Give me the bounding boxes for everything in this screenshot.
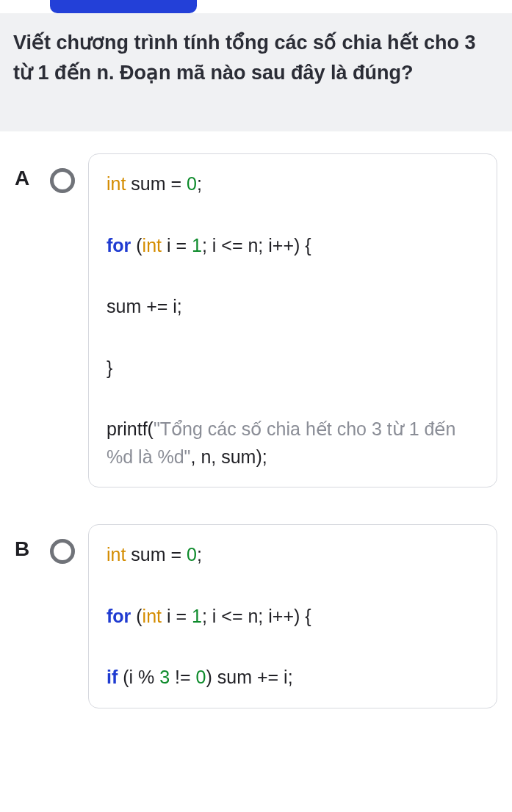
code-line: for (int i = 1; i <= n; i++) { [107, 603, 479, 631]
code-card[interactable]: int sum = 0;for (int i = 1; i <= n; i++)… [88, 524, 497, 708]
code-token: sum = [126, 544, 187, 565]
code-token: int [107, 173, 126, 194]
code-token: 0 [187, 544, 197, 565]
code-token: sum += i; [107, 296, 182, 316]
code-token: 1 [192, 235, 202, 255]
question-block: Viết chương trình tính tổng các số chia … [0, 13, 512, 131]
code-token: int [143, 235, 162, 255]
code-token: ; [197, 544, 202, 565]
code-token: ; i <= n; i++) { [202, 606, 311, 626]
code-line: int sum = 0; [107, 170, 479, 198]
code-line: printf("Tổng các số chia hết cho 3 từ 1 … [107, 416, 479, 471]
code-line: } [107, 355, 479, 383]
code-token: if [107, 667, 118, 687]
code-token: 0 [187, 173, 197, 194]
code-token: ) sum += i; [206, 667, 292, 687]
code-card[interactable]: int sum = 0;for (int i = 1; i <= n; i++)… [88, 153, 497, 487]
code-token: 1 [192, 606, 202, 626]
answer-letter: B [15, 524, 37, 561]
answer-letter: A [15, 153, 37, 190]
code-token: for [107, 606, 131, 626]
code-token: 0 [196, 667, 206, 687]
code-token: int [107, 544, 126, 565]
code-line: sum += i; [107, 293, 479, 321]
code-token: ( [131, 606, 142, 626]
code-token: != [170, 667, 195, 687]
code-token: 3 [159, 667, 170, 687]
code-token: ; i <= n; i++) { [202, 235, 311, 255]
radio-wrap [50, 153, 75, 193]
code-token: int [143, 606, 162, 626]
answer-row: Aint sum = 0;for (int i = 1; i <= n; i++… [15, 153, 497, 487]
question-text: Viết chương trình tính tổng các số chia … [13, 28, 499, 87]
code-line: if (i % 3 != 0) sum += i; [107, 664, 479, 692]
code-token: ; [197, 173, 202, 194]
code-token: ( [131, 235, 142, 255]
radio-wrap [50, 524, 75, 564]
radio-button[interactable] [50, 168, 75, 193]
radio-button[interactable] [50, 539, 75, 564]
code-token: i = [162, 235, 192, 255]
code-line: for (int i = 1; i <= n; i++) { [107, 232, 479, 260]
code-token: , n, sum); [191, 446, 267, 467]
code-token: i = [162, 606, 192, 626]
blue-pill-button[interactable] [50, 0, 197, 13]
answers-list: Aint sum = 0;for (int i = 1; i <= n; i++… [0, 131, 512, 760]
top-bar [0, 0, 512, 13]
code-line: int sum = 0; [107, 541, 479, 569]
code-token: sum = [126, 173, 187, 194]
code-token: "Tổng các số chia hết cho 3 từ 1 đến %d … [107, 418, 455, 467]
code-token: for [107, 235, 131, 255]
answer-row: Bint sum = 0;for (int i = 1; i <= n; i++… [15, 524, 497, 708]
code-token: (i % [118, 667, 159, 687]
code-token: } [107, 358, 112, 378]
code-token: printf( [107, 418, 154, 439]
